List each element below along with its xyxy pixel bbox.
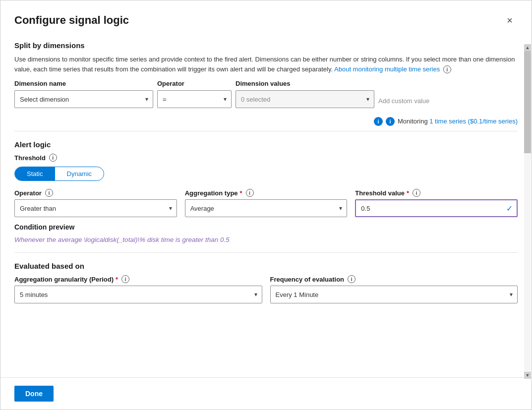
granularity-required-star: * bbox=[116, 276, 118, 283]
add-custom-value-col: Add custom value bbox=[378, 94, 518, 108]
scrollbar-thumb[interactable] bbox=[524, 44, 531, 153]
operator-form-select-wrapper: Greater than ▾ bbox=[14, 199, 177, 217]
monitoring-info-row: i iMonitoring 1 time series ($0.1/time s… bbox=[14, 117, 518, 126]
alert-logic-form-row: Operator i Greater than ▾ Aggregation ty… bbox=[14, 189, 518, 217]
frequency-select-wrapper: Every 1 Minute ▾ bbox=[270, 286, 518, 303]
scroll-down-indicator[interactable]: ▼ bbox=[524, 372, 531, 379]
about-monitoring-link[interactable]: About monitoring multiple time series bbox=[334, 65, 440, 73]
close-button[interactable]: × bbox=[502, 12, 518, 28]
aggregation-granularity-label: Aggregation granularity (Period) * i bbox=[14, 275, 262, 283]
evaluated-based-on-title: Evaluated based on bbox=[14, 262, 518, 270]
frequency-label: Frequency of evaluation i bbox=[270, 275, 518, 283]
dimension-values-col: Dimension values 0 selected ▾ bbox=[236, 80, 374, 108]
condition-preview-section: Condition preview Whenever the average \… bbox=[14, 223, 518, 243]
granularity-select-wrapper: 5 minutes ▾ bbox=[14, 286, 262, 303]
threshold-info-icon: i bbox=[49, 154, 57, 162]
frequency-select[interactable]: Every 1 Minute bbox=[270, 286, 518, 303]
evaluated-grid: Aggregation granularity (Period) * i 5 m… bbox=[14, 275, 518, 303]
aggregation-required-star: * bbox=[240, 189, 242, 197]
operator-form-group: Operator i Greater than ▾ bbox=[14, 189, 177, 217]
threshold-required-star: * bbox=[407, 189, 409, 197]
dimensions-info-text: Use dimensions to monitor specific time … bbox=[14, 55, 518, 74]
aggregation-form-select-wrapper: Average ▾ bbox=[185, 199, 348, 217]
aggregation-granularity-group: Aggregation granularity (Period) * i 5 m… bbox=[14, 275, 262, 303]
threshold-label: Threshold i bbox=[14, 154, 518, 162]
evaluated-based-on-section: Evaluated based on Aggregation granulari… bbox=[14, 262, 518, 303]
aggregation-form-group: Aggregation type * i Average ▾ bbox=[185, 189, 348, 217]
section-divider-2 bbox=[14, 252, 518, 253]
scroll-up-indicator[interactable]: ▲ bbox=[524, 44, 531, 51]
configure-signal-logic-dialog: ▲ ▼ Configure signal logic × Split by di… bbox=[0, 0, 532, 410]
split-by-dimensions-section: Split by dimensions Use dimensions to mo… bbox=[14, 41, 518, 108]
operator-form-info-icon: i bbox=[45, 189, 53, 197]
dimension-grid: Dimension name Select dimension ▾ Operat… bbox=[14, 80, 518, 108]
dimension-name-col: Dimension name Select dimension ▾ bbox=[14, 80, 153, 108]
dialog-title: Configure signal logic bbox=[14, 14, 129, 27]
aggregation-form-label: Aggregation type * i bbox=[185, 189, 348, 197]
condition-preview-title: Condition preview bbox=[14, 223, 518, 231]
add-custom-value-button[interactable]: Add custom value bbox=[378, 94, 429, 108]
monitoring-info-circle-icon: i bbox=[374, 117, 383, 126]
about-monitoring-info-icon: i bbox=[443, 65, 451, 73]
dialog-body: Split by dimensions Use dimensions to mo… bbox=[0, 36, 532, 377]
section-divider bbox=[14, 131, 518, 131]
dimension-values-select[interactable]: 0 selected bbox=[236, 90, 374, 108]
operator-select[interactable]: = bbox=[157, 90, 232, 108]
aggregation-form-info-icon: i bbox=[246, 189, 254, 197]
granularity-select[interactable]: 5 minutes bbox=[14, 286, 262, 303]
scrollbar-track[interactable] bbox=[524, 44, 531, 379]
operator-header: Operator bbox=[157, 80, 232, 90]
threshold-input-wrapper: ✓ bbox=[355, 199, 518, 217]
dialog-header: Configure signal logic × bbox=[0, 0, 532, 36]
threshold-value-input[interactable] bbox=[355, 199, 518, 217]
split-by-dimensions-title: Split by dimensions bbox=[14, 41, 518, 50]
dimension-values-header: Dimension values bbox=[236, 80, 374, 90]
operator-form-select[interactable]: Greater than bbox=[14, 199, 177, 217]
threshold-toggle-group: Static Dynamic bbox=[14, 167, 104, 181]
operator-select-wrapper: = ▾ bbox=[157, 90, 232, 108]
dynamic-toggle-button[interactable]: Dynamic bbox=[55, 167, 104, 180]
static-toggle-button[interactable]: Static bbox=[15, 167, 55, 180]
dimension-name-select[interactable]: Select dimension bbox=[14, 90, 153, 108]
dimension-values-select-wrapper: 0 selected ▾ bbox=[236, 90, 374, 108]
condition-preview-text: Whenever the average \logicaldisk(_total… bbox=[14, 236, 518, 243]
frequency-group: Frequency of evaluation i Every 1 Minute… bbox=[270, 275, 518, 303]
operator-col: Operator = ▾ bbox=[157, 80, 232, 108]
threshold-value-form-label: Threshold value * i bbox=[355, 189, 518, 197]
dimension-name-header: Dimension name bbox=[14, 80, 153, 90]
aggregation-form-select[interactable]: Average bbox=[185, 199, 348, 217]
monitoring-info-text: iMonitoring 1 time series ($0.1/time ser… bbox=[386, 117, 518, 126]
done-button[interactable]: Done bbox=[14, 386, 54, 402]
alert-logic-section: Alert logic Threshold i Static Dynamic O… bbox=[14, 140, 518, 243]
dimension-name-select-wrapper: Select dimension ▾ bbox=[14, 90, 153, 108]
alert-logic-title: Alert logic bbox=[14, 140, 518, 149]
threshold-value-info-icon: i bbox=[413, 189, 420, 197]
operator-form-label: Operator i bbox=[14, 189, 177, 197]
frequency-info-icon: i bbox=[348, 275, 355, 283]
dialog-footer: Done bbox=[0, 377, 532, 410]
granularity-info-icon: i bbox=[121, 275, 129, 283]
threshold-value-form-group: Threshold value * i ✓ bbox=[355, 189, 518, 217]
